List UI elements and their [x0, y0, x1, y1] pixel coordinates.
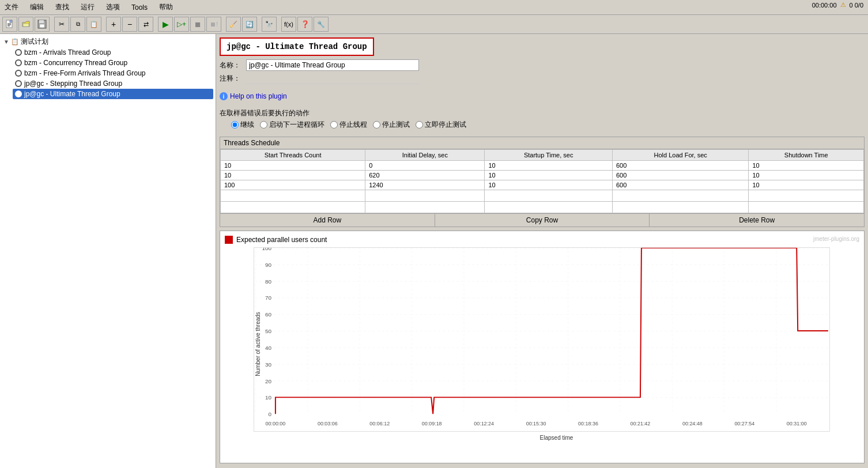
count-display: 0 0/0 — [850, 2, 863, 9]
tree-item-icon-4 — [15, 80, 22, 87]
stop-now-button[interactable]: ⏹! — [206, 17, 221, 32]
run-no-gui-button[interactable]: ▷+ — [174, 17, 189, 32]
svg-text:90: 90 — [265, 262, 272, 268]
radio-continue-label: 继续 — [240, 120, 254, 130]
svg-rect-8 — [255, 248, 828, 414]
reset-button[interactable]: 🔄 — [242, 17, 257, 32]
svg-text:30: 30 — [265, 361, 272, 368]
tree-item-jpgc-stepping[interactable]: jp@gc - Stepping Thread Group — [13, 78, 213, 89]
menu-run[interactable]: 运行 — [78, 1, 97, 13]
tree-root-label[interactable]: ▼ 📋 测试计划 — [2, 36, 213, 47]
tree-item-bzm-concurrency[interactable]: bzm - Concurrency Thread Group — [13, 58, 213, 68]
radio-stop-test-input[interactable] — [373, 121, 380, 129]
delete-row-button[interactable]: Delete Row — [650, 214, 864, 227]
chart-svg-wrapper: Number of active threads 0 10 20 30 40 — [254, 247, 859, 441]
cut-button[interactable]: ✂ — [54, 17, 69, 32]
name-row: 名称： — [220, 59, 865, 71]
save-button[interactable] — [35, 17, 50, 32]
radio-stop-test-label: 停止测试 — [382, 120, 410, 130]
help-toolbar-button[interactable]: ❓ — [297, 17, 312, 32]
svg-text:00:06:12: 00:06:12 — [369, 421, 390, 427]
row2-hold-load: 600 — [612, 171, 749, 180]
collapse-icon: ▼ — [3, 39, 9, 45]
copy-row-button[interactable]: Copy Row — [435, 214, 650, 227]
svg-text:00:15:30: 00:15:30 — [526, 421, 546, 427]
svg-text:80: 80 — [265, 278, 272, 285]
menu-tools[interactable]: Tools — [129, 2, 150, 13]
svg-text:00:00:00: 00:00:00 — [266, 421, 286, 427]
tree-item-bzm-arrivals[interactable]: bzm - Arrivals Thread Group — [13, 47, 213, 58]
stop-button[interactable]: ⏹ — [190, 17, 205, 32]
svg-rect-4 — [23, 24, 29, 27]
tree-item-bzm-freeform[interactable]: bzm - Free-Form Arrivals Thread Group — [13, 68, 213, 78]
col-start-count: Start Threads Count — [221, 150, 365, 161]
table-row[interactable]: 100 1240 10 600 10 — [221, 180, 864, 190]
chart-title: Expected parallel users count — [236, 236, 327, 244]
radio-stop-test[interactable]: 停止测试 — [373, 120, 410, 130]
name-input[interactable] — [246, 59, 419, 71]
svg-text:00:18:36: 00:18:36 — [578, 421, 598, 427]
col-startup-time: Startup Time, sec — [485, 150, 612, 161]
radio-stop-now[interactable]: 立即停止测试 — [416, 120, 466, 130]
open-button[interactable] — [18, 17, 33, 32]
y-axis-label: Number of active threads — [255, 312, 261, 376]
tree-item-icon-1 — [15, 49, 22, 56]
menu-help[interactable]: 帮助 — [157, 1, 175, 13]
collapse-button[interactable]: − — [122, 17, 137, 32]
panel-title-box: jp@gc - Ultimate Thread Group — [220, 37, 374, 56]
table-btn-row: Add Row Copy Row Delete Row — [220, 213, 864, 227]
elapsed-time: 00:00:00 — [812, 2, 837, 9]
new-button[interactable] — [2, 17, 17, 32]
warning-icon: ⚠ — [840, 1, 846, 9]
menu-options[interactable]: 选项 — [104, 1, 122, 13]
svg-text:100: 100 — [262, 247, 271, 251]
tree-item-jpgc-ultimate[interactable]: jp@gc - Ultimate Thread Group — [13, 89, 213, 99]
row3-shutdown: 10 — [749, 180, 864, 190]
clear-button[interactable]: 🧹 — [226, 17, 241, 32]
comment-input[interactable] — [246, 73, 419, 84]
add-row-button[interactable]: Add Row — [220, 214, 435, 227]
table-row[interactable]: 10 0 10 600 10 — [221, 161, 864, 171]
left-panel: ▼ 📋 测试计划 bzm - Arrivals Thread Group bzm… — [0, 34, 216, 468]
svg-text:00:03:06: 00:03:06 — [318, 421, 338, 427]
menu-edit[interactable]: 编辑 — [28, 1, 46, 13]
row2-initial-delay: 620 — [365, 171, 485, 180]
browse-button[interactable]: 🔭 — [262, 17, 277, 32]
tree-item-label-5: jp@gc - Ultimate Thread Group — [24, 90, 120, 98]
svg-rect-7 — [40, 24, 44, 28]
expand-button[interactable]: + — [106, 17, 121, 32]
paste-button[interactable]: 📋 — [86, 17, 101, 32]
run-button[interactable]: ▶ — [158, 17, 173, 32]
right-panel: jp@gc - Ultimate Thread Group 名称： 注释： i … — [216, 34, 868, 468]
svg-text:70: 70 — [265, 295, 272, 301]
chart-watermark: jmeter-plugins.org — [813, 236, 859, 242]
radio-next-loop[interactable]: 启动下一进程循环 — [260, 120, 324, 130]
remote-button[interactable]: ⇄ — [138, 17, 153, 32]
radio-stop-thread-input[interactable] — [330, 121, 338, 129]
error-action-label: 在取样器错误后要执行的动作 — [220, 108, 865, 118]
col-hold-load: Hold Load For, sec — [612, 150, 749, 161]
tree-item-icon-2 — [15, 59, 22, 66]
func-button[interactable]: f(x) — [281, 17, 296, 32]
menu-search[interactable]: 查找 — [53, 1, 71, 13]
svg-rect-6 — [39, 20, 44, 23]
extra-toolbar-button[interactable]: 🔧 — [314, 17, 329, 32]
table-row[interactable]: 10 620 10 600 10 — [221, 171, 864, 180]
radio-next-loop-input[interactable] — [260, 121, 267, 129]
tree-item-label-4: jp@gc - Stepping Thread Group — [24, 80, 122, 88]
form-section: 名称： 注释： — [220, 59, 865, 86]
row2-shutdown: 10 — [749, 171, 864, 180]
menu-file[interactable]: 文件 — [2, 1, 21, 13]
radio-stop-now-input[interactable] — [416, 121, 423, 129]
help-link[interactable]: i Help on this plugin — [220, 92, 865, 100]
copy-button[interactable]: ⧉ — [70, 17, 85, 32]
row3-hold-load: 600 — [612, 180, 749, 190]
svg-text:00:09:18: 00:09:18 — [422, 421, 442, 427]
tree-item-label-1: bzm - Arrivals Thread Group — [24, 48, 111, 56]
svg-text:00:27:54: 00:27:54 — [734, 421, 754, 427]
radio-next-loop-label: 启动下一进程循环 — [269, 120, 324, 130]
radio-continue-input[interactable] — [231, 121, 239, 129]
menu-bar: 文件 编辑 查找 运行 选项 Tools 帮助 00:00:00 ⚠ 0 0/0 — [0, 0, 868, 15]
radio-stop-thread[interactable]: 停止线程 — [330, 120, 367, 130]
radio-continue[interactable]: 继续 — [231, 120, 254, 130]
